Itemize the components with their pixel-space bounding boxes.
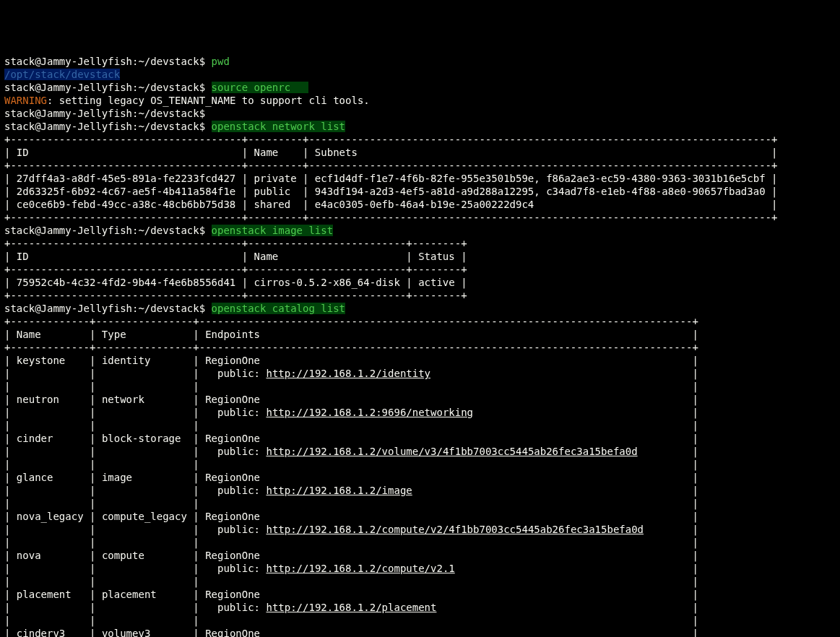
endpoint-label: public: xyxy=(205,524,266,535)
endpoint-url[interactable]: http://192.168.1.2/volume/v3/4f1bb7003cc… xyxy=(266,446,637,457)
catalog-empty-row: | | | | xyxy=(4,459,698,470)
table-border: +-------------+----------------+--------… xyxy=(4,342,698,353)
catalog-region: RegionOne xyxy=(205,472,686,483)
endpoint-label: public: xyxy=(205,446,266,457)
endpoint-url[interactable]: http://192.168.1.2:9696/networking xyxy=(266,407,473,418)
table-border: +--------------------------------------+… xyxy=(4,264,467,275)
catalog-region: RegionOne xyxy=(205,589,686,600)
prompt: stack@Jammy-Jellyfish:~/devstack$ xyxy=(4,108,212,119)
catalog-empty-row: | | | | xyxy=(4,615,698,626)
table-header: | ID | Name | Status | xyxy=(4,251,467,262)
network-row: | ce0ce6b9-febd-49cc-a38c-48cb6bb75d38 |… xyxy=(4,199,777,210)
catalog-type: volumev3 xyxy=(102,628,187,637)
endpoint-label: public: xyxy=(205,485,266,496)
table-border: +--------------------------------------+… xyxy=(4,238,467,249)
catalog-type: compute xyxy=(102,550,187,561)
cmd-pwd: pwd xyxy=(212,56,230,67)
catalog-region: RegionOne xyxy=(205,628,686,637)
catalog-name: placement xyxy=(17,589,84,600)
warning-label: WARNING xyxy=(4,95,47,106)
terminal-output[interactable]: stack@Jammy-Jellyfish:~/devstack$ pwd /o… xyxy=(4,55,836,637)
catalog-type: compute_legacy xyxy=(102,511,187,522)
catalog-name: cinder xyxy=(17,433,84,444)
catalog-type: block-storage xyxy=(102,433,187,444)
endpoint-url[interactable]: http://192.168.1.2/placement xyxy=(266,602,436,613)
catalog-name: neutron xyxy=(17,394,84,405)
table-header: | ID | Name | Subnets | xyxy=(4,147,777,158)
endpoint-label: public: xyxy=(205,407,266,418)
table-border: +-------------+----------------+--------… xyxy=(4,316,698,327)
table-border: +--------------------------------------+… xyxy=(4,134,777,145)
endpoint-url[interactable]: http://192.168.1.2/compute/v2/4f1bb7003c… xyxy=(266,524,644,535)
catalog-name: glance xyxy=(17,472,84,483)
endpoint-label: public: xyxy=(205,563,266,574)
prompt: stack@Jammy-Jellyfish:~/devstack$ xyxy=(4,56,212,67)
table-border: +--------------------------------------+… xyxy=(4,212,777,223)
table-header: | Name | Type | Endpoints | xyxy=(4,329,698,340)
image-row: | 75952c4b-4c32-4fd2-9b44-f4e6b8556d41 |… xyxy=(4,277,467,288)
catalog-empty-row: | | | | xyxy=(4,498,698,509)
catalog-empty-row: | | | | xyxy=(4,420,698,431)
catalog-name: nova_legacy xyxy=(17,511,84,522)
prompt: stack@Jammy-Jellyfish:~/devstack$ xyxy=(4,121,212,132)
table-border: +--------------------------------------+… xyxy=(4,160,777,171)
endpoint-url[interactable]: http://192.168.1.2/identity xyxy=(266,368,430,379)
pwd-output: /opt/stack/devstack xyxy=(4,69,120,80)
catalog-region: RegionOne xyxy=(205,511,686,522)
endpoint-url[interactable]: http://192.168.1.2/image xyxy=(266,485,412,496)
catalog-empty-row: | | | | xyxy=(4,537,698,548)
cmd-catalog-list: openstack catalog list xyxy=(212,303,345,314)
warning-msg: : setting legacy OS_TENANT_NAME to suppo… xyxy=(47,95,370,106)
catalog-type: image xyxy=(102,472,187,483)
network-row: | 2d63325f-6b92-4c67-ae5f-4b411a584f1e |… xyxy=(4,186,777,197)
cmd-image-list: openstack image list xyxy=(212,225,334,236)
catalog-region: RegionOne xyxy=(205,433,686,444)
prompt: stack@Jammy-Jellyfish:~/devstack$ xyxy=(4,303,212,314)
catalog-type: network xyxy=(102,394,187,405)
table-border: +--------------------------------------+… xyxy=(4,290,467,301)
catalog-name: keystone xyxy=(17,355,84,366)
catalog-type: placement xyxy=(102,589,187,600)
catalog-region: RegionOne xyxy=(205,394,686,405)
network-row: | 27dff4a3-a8df-45e5-891a-fe2233fcd427 |… xyxy=(4,173,777,184)
endpoint-url[interactable]: http://192.168.1.2/compute/v2.1 xyxy=(266,563,454,574)
catalog-empty-row: | | | | xyxy=(4,381,698,392)
catalog-region: RegionOne xyxy=(205,355,686,366)
catalog-type: identity xyxy=(102,355,187,366)
cmd-source: source openrc xyxy=(212,82,309,93)
catalog-region: RegionOne xyxy=(205,550,686,561)
catalog-empty-row: | | | | xyxy=(4,576,698,587)
prompt: stack@Jammy-Jellyfish:~/devstack$ xyxy=(4,82,212,93)
catalog-name: nova xyxy=(17,550,84,561)
cmd-network-list: openstack network list xyxy=(212,121,345,132)
catalog-name: cinderv3 xyxy=(17,628,84,637)
endpoint-label: public: xyxy=(205,368,266,379)
endpoint-label: public: xyxy=(205,602,266,613)
prompt: stack@Jammy-Jellyfish:~/devstack$ xyxy=(4,225,212,236)
